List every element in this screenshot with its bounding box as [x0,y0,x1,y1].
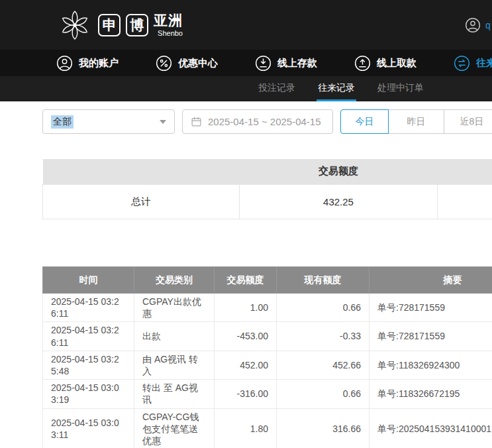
table-cell: 316.66 [277,408,369,448]
summary-header-amount: 交易额度 [240,159,438,184]
table-cell: CGPAY-CG钱包支付笔笔送优惠 [134,408,215,448]
user-icon [56,55,73,72]
record-tabs: 投注记录 往来记录 处理中订单 [257,76,425,101]
tab-betting-records[interactable]: 投注记录 [257,76,297,101]
transactions-table: 时间 交易类别 交易额度 现有额度 摘要 2025-04-15 03:26:11… [42,266,492,448]
table-cell: 转出 至 AG视讯 [134,380,215,408]
transactions-header-row: 时间 交易类别 交易额度 现有额度 摘要 [43,267,492,294]
nav-item-online-withdrawal[interactable]: 线上取款 [354,55,417,72]
content: 全部 2025-04-15 ~ 2025-04-15 今日 昨日 近8日 [0,101,492,448]
sub-nav: 投注记录 往来记录 处理中订单 [0,76,492,101]
account-icon [465,17,481,33]
table-cell: -0.33 [277,322,369,351]
logo-region-text: 亚洲 [154,13,183,27]
table-row: 2025-04-15 03:25:48由 AG视讯 转入452.00452.66… [43,351,492,379]
page: 申 博 亚洲 Shenbo q 我的账户 [0,0,492,448]
date-range-input[interactable]: 2025-04-15 ~ 2025-04-15 [182,109,333,134]
nav-item-label: 往来记录 [476,57,492,70]
nav-item-label: 线上取款 [377,57,417,70]
account-menu[interactable]: q [465,17,491,33]
summary-total-value: 432.25 [240,184,438,219]
deposit-icon [255,55,271,72]
chevron-down-icon [160,120,166,124]
brand-logo[interactable]: 申 博 亚洲 Shenbo [57,7,183,43]
table-cell: 2025-04-15 03:25:48 [43,351,134,379]
summary-header-empty [43,159,240,184]
table-cell: 单号:118326672195 [369,380,492,408]
col-header-summary: 摘要 [369,267,492,294]
tab-transaction-records[interactable]: 往来记录 [317,76,356,101]
logo-wordmark: 亚洲 Shenbo [154,13,183,37]
table-row: 2025-04-15 03:26:11出款-453.00-0.33单号:7281… [43,322,492,351]
quick-range-buttons: 今日 昨日 近8日 [340,109,492,134]
nav-item-transaction-records[interactable]: 往来记录 [454,55,492,72]
table-row: 2025-04-15 03:26:11CGPAY出款优惠1.000.66单号:7… [43,294,492,322]
table-cell: 1.00 [215,294,277,322]
logo-char-bo: 博 [126,14,148,36]
yesterday-button[interactable]: 昨日 [388,109,444,134]
summary-total-label: 总计 [43,184,240,219]
logo-subtitle: Shenbo [158,30,183,37]
tab-label: 往来记录 [318,82,355,94]
table-cell: -453.00 [215,322,277,351]
transfer-arrows-icon [454,55,470,72]
topbar: 申 博 亚洲 Shenbo q [0,0,492,50]
nav-item-promotions[interactable]: 优惠中心 [156,55,218,72]
category-select[interactable]: 全部 [42,109,175,134]
category-select-value: 全部 [51,115,74,129]
col-header-balance: 现有额度 [277,267,369,294]
discount-icon [156,55,172,72]
nav-item-label: 线上存款 [277,57,317,70]
today-button[interactable]: 今日 [340,109,389,134]
table-cell: 2025-04-15 03:03:11 [43,408,134,448]
table-cell: 2025-04-15 03:03:19 [43,380,134,408]
last-8-days-button[interactable]: 近8日 [444,109,492,134]
tab-label: 处理中订单 [377,82,424,94]
transactions-tbody: 2025-04-15 03:26:11CGPAY出款优惠1.000.66单号:7… [43,294,492,448]
col-header-time: 时间 [43,267,134,294]
filter-bar: 全部 2025-04-15 ~ 2025-04-15 今日 昨日 近8日 [42,109,492,134]
table-cell: 0.66 [277,294,369,322]
table-cell: 单号:728171559 [369,322,492,351]
summary-total-row: 总计 432.25 [43,184,492,219]
summary-total-empty [438,184,492,219]
nav-item-label: 优惠中心 [178,57,218,70]
calendar-icon [191,116,202,127]
table-row: 2025-04-15 03:03:11CGPAY-CG钱包支付笔笔送优惠1.80… [43,408,492,448]
table-cell: 452.66 [277,351,369,379]
main-nav: 我的账户 优惠中心 线上存款 [0,50,492,76]
table-cell: -316.00 [215,380,277,408]
account-username: q [485,20,491,30]
table-cell: 452.00 [215,351,277,379]
withdraw-icon [354,55,371,72]
flower-logo-icon [57,7,93,43]
summary-header-empty [438,159,492,184]
table-cell: 1.80 [215,408,277,448]
logo-char-shen: 申 [98,14,121,36]
nav-item-online-deposit[interactable]: 线上存款 [255,55,317,72]
table-cell: 由 AG视讯 转入 [134,351,215,379]
table-cell: 0.66 [277,380,369,408]
date-range-value: 2025-04-15 ~ 2025-04-15 [208,116,321,127]
table-cell: CGPAY出款优惠 [134,294,215,322]
table-cell: 2025-04-15 03:26:11 [43,322,134,351]
table-cell: 2025-04-15 03:26:11 [43,294,134,322]
table-cell: 单号:728171559 [369,294,492,322]
nav-item-my-account[interactable]: 我的账户 [56,55,119,72]
table-cell: 单号:202504153931410001 [369,408,492,448]
summary-table: 交易额度 总计 432.25 [42,159,492,219]
tab-processing-orders[interactable]: 处理中订单 [376,76,425,101]
table-cell: 单号:118326924300 [369,351,492,379]
col-header-type: 交易类别 [134,267,215,294]
table-row: 2025-04-15 03:03:19转出 至 AG视讯-316.000.66单… [43,380,492,408]
tab-label: 投注记录 [258,82,295,94]
table-cell: 出款 [134,322,215,351]
col-header-amount: 交易额度 [215,267,277,294]
summary-header-row: 交易额度 [43,159,492,184]
nav-item-label: 我的账户 [79,57,119,70]
